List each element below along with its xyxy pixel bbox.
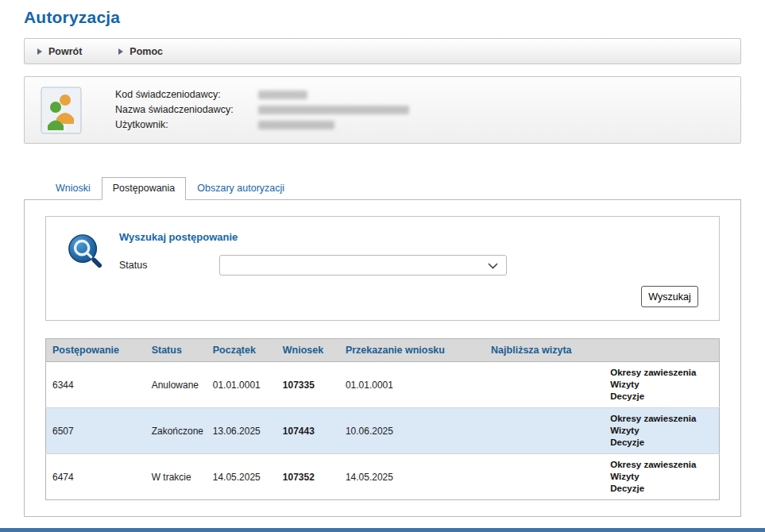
provider-code-label: Kod świadczeniodawcy: [115, 87, 258, 102]
cell-poczatek: 13.06.2025 [207, 408, 276, 454]
redacted-value [258, 106, 409, 114]
action-okresy-zawieszenia[interactable]: Okresy zawieszenia [610, 413, 713, 425]
page-title: Autoryzacja [24, 8, 741, 27]
people-icon [41, 87, 82, 134]
tabstrip: Wnioski Postępowania Obszary autoryzacji [24, 177, 741, 200]
provider-name-row: Nazwa świadczeniodawcy: [115, 102, 729, 118]
cell-przekazanie: 10.06.2025 [339, 408, 485, 454]
tab-postepowania[interactable]: Postępowania [102, 177, 187, 200]
redacted-value [258, 91, 307, 99]
action-okresy-zawieszenia[interactable]: Okresy zawieszenia [610, 459, 713, 471]
action-okresy-zawieszenia[interactable]: Okresy zawieszenia [610, 367, 713, 379]
help-button[interactable]: Pomoc [118, 46, 163, 57]
status-label: Status [119, 260, 219, 271]
back-label: Powrót [48, 46, 82, 57]
action-wizyty[interactable]: Wizyty [610, 379, 713, 391]
cell-actions: Okresy zawieszenia Wizyty Decyzje [604, 408, 719, 454]
back-button[interactable]: Powrót [37, 46, 82, 57]
tab-obszary-autoryzacji[interactable]: Obszary autoryzacji [186, 177, 296, 200]
provider-fields: Kod świadczeniodawcy: Nazwa świadczeniod… [115, 87, 729, 133]
cell-actions: Okresy zawieszenia Wizyty Decyzje [604, 454, 719, 500]
help-label: Pomoc [129, 46, 163, 57]
user-label: Użytkownik: [115, 118, 258, 133]
header-wniosek: Wniosek [276, 339, 339, 362]
cell-wniosek: 107443 [276, 408, 339, 454]
cell-wizyta [485, 408, 604, 454]
action-decyzje[interactable]: Decyzje [610, 483, 713, 495]
redacted-value [258, 121, 334, 129]
status-select[interactable] [219, 255, 507, 276]
cell-wniosek: 107352 [276, 454, 339, 500]
content-panel: Wyszukaj postępowanie Status Wyszukaj [24, 199, 741, 517]
cell-status: Zakończone [145, 408, 207, 454]
cell-wizyta [485, 362, 604, 408]
header-przekazanie-wniosku: Przekazanie wniosku [339, 339, 485, 362]
cell-actions: Okresy zawieszenia Wizyty Decyzje [604, 362, 719, 408]
action-wizyty[interactable]: Wizyty [610, 425, 713, 437]
provider-name-label: Nazwa świadczeniodawcy: [115, 102, 258, 118]
toolbar: Powrót Pomoc [24, 38, 741, 64]
action-decyzje[interactable]: Decyzje [610, 437, 713, 449]
header-poczatek: Początek [207, 339, 276, 362]
cell-przekazanie: 01.01.0001 [339, 362, 485, 408]
cell-status: W trakcie [145, 454, 207, 500]
results-table: Postępowanie Status Początek Wniosek Prz… [45, 338, 720, 500]
search-title: Wyszukaj postępowanie [119, 231, 507, 243]
header-status: Status [145, 339, 207, 362]
cell-przekazanie: 14.05.2025 [339, 454, 485, 500]
chevron-down-icon [488, 258, 498, 272]
status-row: Status [119, 255, 507, 276]
search-panel: Wyszukaj postępowanie Status Wyszukaj [45, 216, 720, 321]
table-header-row: Postępowanie Status Początek Wniosek Prz… [46, 339, 720, 362]
cell-postepowanie: 6474 [46, 454, 145, 500]
cell-wniosek: 107335 [276, 362, 339, 408]
tab-wnioski[interactable]: Wnioski [44, 177, 102, 200]
header-najblizsza-wizyta: Najbliższa wizyta [485, 339, 604, 362]
arrow-right-icon [118, 48, 123, 55]
header-actions [604, 339, 719, 362]
cell-wizyta [485, 454, 604, 500]
header-postepowanie: Postępowanie [46, 339, 145, 362]
page: Autoryzacja Powrót Pomoc Kod świadczenio… [0, 8, 765, 517]
cell-status: Anulowane [145, 362, 207, 408]
cell-poczatek: 01.01.0001 [207, 362, 276, 408]
user-row: Użytkownik: [115, 118, 729, 133]
action-decyzje[interactable]: Decyzje [610, 391, 713, 403]
cell-postepowanie: 6344 [46, 362, 145, 408]
table-row: 6344 Anulowane 01.01.0001 107335 01.01.0… [46, 362, 720, 408]
footer-bar [0, 528, 765, 532]
table-row: 6474 W trakcie 14.05.2025 107352 14.05.2… [46, 454, 720, 500]
cell-poczatek: 14.05.2025 [207, 454, 276, 500]
table-row: 6507 Zakończone 13.06.2025 107443 10.06.… [46, 408, 720, 454]
search-button[interactable]: Wyszukaj [641, 286, 698, 307]
arrow-right-icon [37, 48, 42, 55]
search-body: Wyszukaj postępowanie Status [119, 228, 507, 276]
provider-code-row: Kod świadczeniodawcy: [115, 87, 729, 102]
action-wizyty[interactable]: Wizyty [610, 471, 713, 483]
search-icon [67, 233, 103, 269]
provider-panel: Kod świadczeniodawcy: Nazwa świadczeniod… [24, 76, 741, 144]
cell-postepowanie: 6507 [46, 408, 145, 454]
